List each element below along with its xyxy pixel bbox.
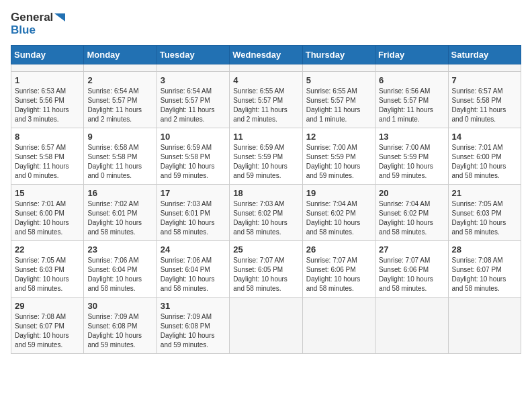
day-info: Sunrise: 6:54 AMSunset: 5:57 PMDaylight:… xyxy=(161,87,226,124)
day-info: Sunrise: 7:02 AMSunset: 6:01 PMDaylight:… xyxy=(87,199,152,237)
day-number: 30 xyxy=(87,301,152,311)
calendar-week-row: 1Sunrise: 6:53 AMSunset: 5:56 PMDaylight… xyxy=(11,71,521,128)
calendar-cell: 7Sunrise: 6:57 AMSunset: 5:58 PMDaylight… xyxy=(448,71,521,128)
calendar-cell xyxy=(448,64,521,71)
day-info: Sunrise: 7:04 AMSunset: 6:02 PMDaylight:… xyxy=(306,199,371,237)
day-info: Sunrise: 7:05 AMSunset: 6:03 PMDaylight:… xyxy=(452,199,517,237)
logo-triangle-icon xyxy=(54,11,68,24)
calendar-week-row: 15Sunrise: 7:01 AMSunset: 6:00 PMDayligh… xyxy=(11,184,521,240)
calendar-header-row: SundayMondayTuesdayWednesdayThursdayFrid… xyxy=(11,45,521,64)
day-number: 7 xyxy=(452,75,517,85)
day-info: Sunrise: 6:59 AMSunset: 5:59 PMDaylight:… xyxy=(233,143,298,181)
calendar-cell: 4Sunrise: 6:55 AMSunset: 5:57 PMDaylight… xyxy=(230,71,302,128)
day-info: Sunrise: 7:06 AMSunset: 6:04 PMDaylight:… xyxy=(87,256,152,293)
calendar-cell: 16Sunrise: 7:02 AMSunset: 6:01 PMDayligh… xyxy=(84,184,157,240)
calendar-cell xyxy=(302,64,375,71)
calendar-cell xyxy=(84,64,157,71)
day-info: Sunrise: 7:07 AMSunset: 6:06 PMDaylight:… xyxy=(379,256,444,293)
calendar-cell: 30Sunrise: 7:09 AMSunset: 6:08 PMDayligh… xyxy=(84,297,157,353)
day-number: 19 xyxy=(306,188,371,198)
calendar-cell: 31Sunrise: 7:09 AMSunset: 6:08 PMDayligh… xyxy=(157,297,229,353)
day-info: Sunrise: 7:06 AMSunset: 6:04 PMDaylight:… xyxy=(161,256,226,293)
page-header: General Blue xyxy=(11,11,521,37)
calendar-table: SundayMondayTuesdayWednesdayThursdayFrid… xyxy=(11,45,521,354)
day-info: Sunrise: 7:08 AMSunset: 6:07 PMDaylight:… xyxy=(452,256,517,293)
day-info: Sunrise: 6:55 AMSunset: 5:57 PMDaylight:… xyxy=(306,87,371,124)
calendar-day-header: Wednesday xyxy=(230,45,302,64)
calendar-cell xyxy=(230,64,302,71)
day-info: Sunrise: 6:57 AMSunset: 5:58 PMDaylight:… xyxy=(452,87,517,124)
day-number: 28 xyxy=(452,244,517,255)
calendar-day-header: Tuesday xyxy=(157,45,229,64)
calendar-cell xyxy=(375,297,448,353)
calendar-week-row: 29Sunrise: 7:08 AMSunset: 6:07 PMDayligh… xyxy=(11,297,521,353)
calendar-cell: 2Sunrise: 6:54 AMSunset: 5:57 PMDaylight… xyxy=(84,71,157,128)
day-info: Sunrise: 7:03 AMSunset: 6:02 PMDaylight:… xyxy=(233,199,298,237)
day-number: 16 xyxy=(87,188,152,198)
calendar-day-header: Monday xyxy=(84,45,157,64)
calendar-week-row xyxy=(11,64,521,71)
day-info: Sunrise: 6:54 AMSunset: 5:57 PMDaylight:… xyxy=(87,87,152,124)
calendar-cell: 12Sunrise: 7:00 AMSunset: 5:59 PMDayligh… xyxy=(302,128,375,184)
day-info: Sunrise: 7:07 AMSunset: 6:05 PMDaylight:… xyxy=(233,256,298,293)
day-info: Sunrise: 7:01 AMSunset: 6:00 PMDaylight:… xyxy=(452,143,517,181)
calendar-cell: 17Sunrise: 7:03 AMSunset: 6:01 PMDayligh… xyxy=(157,184,229,240)
calendar-cell: 26Sunrise: 7:07 AMSunset: 6:06 PMDayligh… xyxy=(302,240,375,297)
calendar-week-row: 8Sunrise: 6:57 AMSunset: 5:58 PMDaylight… xyxy=(11,128,521,184)
day-info: Sunrise: 6:55 AMSunset: 5:57 PMDaylight:… xyxy=(233,87,298,124)
day-number: 31 xyxy=(161,301,226,311)
day-number: 18 xyxy=(233,188,298,198)
calendar-cell: 13Sunrise: 7:00 AMSunset: 5:59 PMDayligh… xyxy=(375,128,448,184)
calendar-cell: 9Sunrise: 6:58 AMSunset: 5:58 PMDaylight… xyxy=(84,128,157,184)
calendar-cell: 24Sunrise: 7:06 AMSunset: 6:04 PMDayligh… xyxy=(157,240,229,297)
calendar-cell: 18Sunrise: 7:03 AMSunset: 6:02 PMDayligh… xyxy=(230,184,302,240)
day-number: 29 xyxy=(15,301,80,311)
calendar-day-header: Sunday xyxy=(11,45,84,64)
day-info: Sunrise: 6:57 AMSunset: 5:58 PMDaylight:… xyxy=(15,143,80,181)
calendar-cell: 10Sunrise: 6:59 AMSunset: 5:58 PMDayligh… xyxy=(157,128,229,184)
day-info: Sunrise: 6:58 AMSunset: 5:58 PMDaylight:… xyxy=(87,143,152,181)
calendar-week-row: 22Sunrise: 7:05 AMSunset: 6:03 PMDayligh… xyxy=(11,240,521,297)
day-number: 12 xyxy=(306,132,371,142)
day-number: 2 xyxy=(87,75,152,85)
day-number: 24 xyxy=(161,244,226,255)
calendar-cell: 6Sunrise: 6:56 AMSunset: 5:57 PMDaylight… xyxy=(375,71,448,128)
day-info: Sunrise: 7:07 AMSunset: 6:06 PMDaylight:… xyxy=(306,256,371,293)
day-info: Sunrise: 7:05 AMSunset: 6:03 PMDaylight:… xyxy=(15,256,80,293)
day-number: 25 xyxy=(233,244,298,255)
calendar-cell xyxy=(11,64,84,71)
calendar-cell: 27Sunrise: 7:07 AMSunset: 6:06 PMDayligh… xyxy=(375,240,448,297)
logo-text-blue: Blue xyxy=(11,24,68,37)
day-info: Sunrise: 7:04 AMSunset: 6:02 PMDaylight:… xyxy=(379,199,444,237)
day-info: Sunrise: 7:00 AMSunset: 5:59 PMDaylight:… xyxy=(379,143,444,181)
day-info: Sunrise: 7:01 AMSunset: 6:00 PMDaylight:… xyxy=(15,199,80,237)
calendar-cell xyxy=(448,297,521,353)
day-info: Sunrise: 6:53 AMSunset: 5:56 PMDaylight:… xyxy=(15,87,80,124)
day-number: 4 xyxy=(233,75,298,85)
calendar-cell xyxy=(375,64,448,71)
calendar-cell: 3Sunrise: 6:54 AMSunset: 5:57 PMDaylight… xyxy=(157,71,229,128)
calendar-cell: 22Sunrise: 7:05 AMSunset: 6:03 PMDayligh… xyxy=(11,240,84,297)
calendar-cell: 29Sunrise: 7:08 AMSunset: 6:07 PMDayligh… xyxy=(11,297,84,353)
day-number: 8 xyxy=(15,132,80,142)
day-number: 9 xyxy=(87,132,152,142)
day-number: 13 xyxy=(379,132,444,142)
logo: General Blue xyxy=(11,11,68,37)
calendar-cell: 8Sunrise: 6:57 AMSunset: 5:58 PMDaylight… xyxy=(11,128,84,184)
calendar-day-header: Saturday xyxy=(448,45,521,64)
day-info: Sunrise: 7:08 AMSunset: 6:07 PMDaylight:… xyxy=(15,312,80,350)
day-number: 15 xyxy=(15,188,80,198)
calendar-cell: 1Sunrise: 6:53 AMSunset: 5:56 PMDaylight… xyxy=(11,71,84,128)
calendar-day-header: Thursday xyxy=(302,45,375,64)
day-info: Sunrise: 6:56 AMSunset: 5:57 PMDaylight:… xyxy=(379,87,444,124)
calendar-cell: 5Sunrise: 6:55 AMSunset: 5:57 PMDaylight… xyxy=(302,71,375,128)
day-number: 3 xyxy=(161,75,226,85)
calendar-cell xyxy=(230,297,302,353)
calendar-cell: 11Sunrise: 6:59 AMSunset: 5:59 PMDayligh… xyxy=(230,128,302,184)
calendar-cell: 14Sunrise: 7:01 AMSunset: 6:00 PMDayligh… xyxy=(448,128,521,184)
svg-marker-0 xyxy=(54,13,65,21)
day-info: Sunrise: 7:09 AMSunset: 6:08 PMDaylight:… xyxy=(161,312,226,350)
day-number: 5 xyxy=(306,75,371,85)
logo-text-general: General xyxy=(11,11,53,24)
day-info: Sunrise: 7:03 AMSunset: 6:01 PMDaylight:… xyxy=(161,199,226,237)
